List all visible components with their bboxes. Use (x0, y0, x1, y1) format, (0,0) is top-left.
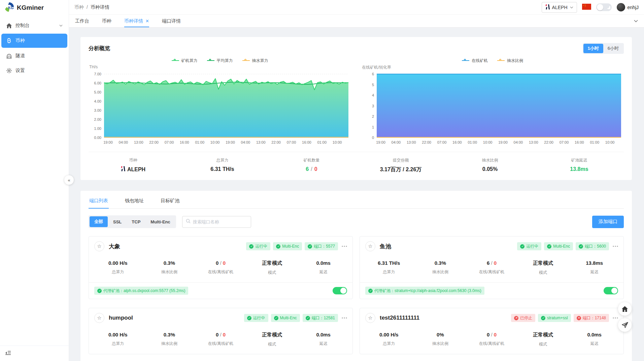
favorite-star-button[interactable]: ☆ (365, 241, 375, 251)
protocol-filter-group: 全部 SSL TCP Multi-Enc (89, 215, 176, 228)
sidebar-item-settings[interactable]: 设置 (0, 63, 69, 78)
paper-plane-icon (622, 322, 628, 328)
tab-coins[interactable]: 币种 (102, 15, 111, 27)
aleph-logo-icon (545, 4, 550, 10)
svg-text:16:00: 16:00 (180, 140, 189, 144)
port-stat-miners: 6 / 0在线/离线矿机 (466, 260, 517, 276)
tab-wallet-address[interactable]: 钱包地址 (124, 196, 144, 208)
coin-selector-dropdown[interactable]: ALEPH (542, 2, 577, 13)
tab-options-chevron-icon[interactable] (634, 15, 638, 27)
port-number-badge: 端口：5577 (305, 242, 338, 250)
collapse-sidebar-button[interactable]: « (64, 175, 74, 185)
star-icon: ☆ (368, 243, 372, 249)
chevron-down-icon (570, 6, 573, 8)
port-stat-latency: 13.8ms延迟 (569, 260, 620, 276)
port-search-box (182, 216, 251, 228)
port-stat-hashrate: 0.00 H/s总算力 (363, 332, 415, 347)
legend-item[interactable]: 矿机算力 (172, 58, 198, 64)
port-stat-miners: 0 / 0在线/离线矿机 (195, 260, 246, 276)
sidebar-item-dashboard[interactable]: 控制台 (0, 18, 69, 33)
theme-toggle[interactable] (596, 3, 612, 11)
sidebar-footer (0, 346, 69, 361)
svg-text:1: 1 (372, 125, 374, 129)
svg-text:01:00: 01:00 (468, 140, 477, 144)
tab-port-list[interactable]: 端口列表 (89, 196, 109, 208)
home-icon (6, 23, 12, 28)
more-options-button[interactable] (613, 244, 618, 248)
svg-text:07:00: 07:00 (287, 140, 296, 144)
home-fab-button[interactable] (618, 302, 632, 316)
legend-item[interactable]: 平均算力 (207, 58, 233, 64)
legend-item[interactable]: 抽水算力 (242, 58, 268, 64)
port-enabled-toggle[interactable] (333, 287, 347, 294)
protocol-badge: stratum+ssl (538, 314, 571, 322)
svg-text:3: 3 (372, 104, 374, 108)
svg-text:01:00: 01:00 (317, 140, 327, 144)
more-options-button[interactable] (342, 244, 347, 248)
legend-item[interactable]: 抽水比例 (497, 58, 523, 64)
stat-miner-count: 矿机数量 6 / 0 (267, 157, 356, 173)
search-input[interactable] (193, 219, 247, 224)
port-enabled-toggle[interactable] (604, 287, 618, 294)
range-6h-button[interactable]: 6小时 (603, 44, 623, 53)
port-number-badge: 端口：5600 (576, 242, 609, 250)
send-fab-button[interactable] (618, 318, 632, 332)
svg-text:19:00: 19:00 (376, 140, 385, 144)
home-icon (622, 306, 628, 312)
filter-all-button[interactable]: 全部 (90, 216, 108, 227)
favorite-star-button[interactable]: ☆ (94, 313, 104, 323)
svg-text:22:00: 22:00 (544, 140, 553, 144)
stat-shares: 提交份额 3.17百万 / 2.26万 (356, 157, 445, 173)
hashrate-chart: 矿机算力平均算力抽水算力 TH/s 0.001.002.003.004.005.… (89, 57, 351, 146)
status-badge: 运行中 (244, 314, 268, 322)
svg-text:2.00: 2.00 (94, 117, 101, 121)
tab-target-pool[interactable]: 目标矿池 (160, 196, 180, 208)
check-circle-icon (368, 289, 373, 293)
sidebar-item-coins[interactable]: 币种 (1, 34, 67, 48)
range-1h-button[interactable]: 1小时 (583, 44, 603, 53)
svg-text:04:00: 04:00 (514, 140, 523, 144)
star-icon: ☆ (368, 315, 372, 321)
more-options-button[interactable] (613, 316, 618, 320)
tab-port-detail[interactable]: 端口详情 (162, 15, 181, 27)
check-circle-icon (579, 244, 583, 249)
language-flag-icon[interactable] (582, 4, 591, 11)
svg-text:13:00: 13:00 (134, 140, 143, 144)
chevron-down-icon (59, 25, 63, 27)
check-circle-icon (249, 244, 253, 249)
port-card: ☆ 大象 运行中 Multi-Enc 端口：5577 0.00 H/s总算力 (89, 236, 353, 299)
top-header: 币种 / 币种详情 ALEPH (69, 0, 644, 15)
stat-pump-ratio: 抽水比例 0.05% (445, 157, 535, 173)
protocol-badge: Multi-Enc (273, 242, 302, 250)
port-stat-hashrate: 6.31 TH/s总算力 (363, 260, 415, 276)
svg-text:01:00: 01:00 (590, 140, 599, 144)
close-tab-icon[interactable]: ✕ (145, 19, 149, 23)
add-port-button[interactable]: 添加端口 (592, 216, 624, 228)
status-badge: 已停止 (511, 314, 535, 322)
collapse-menu-icon[interactable] (5, 350, 11, 357)
ports-filter-row: 全部 SSL TCP Multi-Enc 添加端口 (89, 215, 624, 228)
filter-multienc-button[interactable]: Multi-Enc (146, 216, 175, 227)
svg-text:3.00: 3.00 (94, 108, 101, 112)
sidebar-item-label: 隧道 (15, 53, 25, 59)
filter-tcp-button[interactable]: TCP (127, 216, 145, 227)
ellipsis-icon (342, 246, 347, 247)
favorite-star-button[interactable]: ☆ (94, 241, 104, 251)
check-circle-icon (306, 316, 310, 320)
favorite-star-button[interactable]: ☆ (365, 313, 375, 323)
page-content: 分析概览 1小时 6小时 矿机算力平均算力抽水算力 TH/s 0.001.002… (69, 28, 644, 361)
port-stat-hashrate: 0.00 H/s总算力 (92, 260, 144, 276)
port-card-title: 鱼池 (380, 243, 391, 250)
breadcrumb-parent[interactable]: 币种 (74, 4, 84, 10)
svg-text:10:00: 10:00 (483, 140, 493, 144)
legend-item[interactable]: 在线矿机 (462, 58, 488, 64)
more-options-button[interactable] (342, 316, 347, 320)
tab-workbench[interactable]: 工作台 (75, 15, 89, 27)
user-menu[interactable]: enhjJ (617, 3, 639, 11)
tab-coin-detail[interactable]: 币种详情 ✕ (124, 15, 149, 27)
sidebar-item-tunnel[interactable]: 隧道 (0, 48, 69, 63)
svg-text:04:00: 04:00 (392, 140, 401, 144)
tunnel-icon (6, 53, 12, 59)
svg-text:19:00: 19:00 (103, 140, 113, 144)
filter-ssl-button[interactable]: SSL (108, 216, 126, 227)
